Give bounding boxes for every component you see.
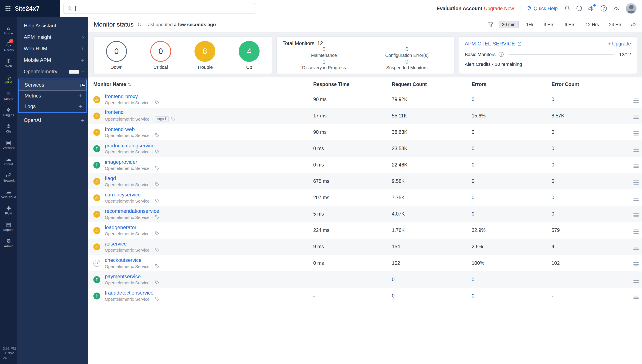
tag-icon[interactable] — [155, 198, 159, 203]
table-row-imageprovider[interactable]: ↑ imageprovider Opentelemetric Service |… — [88, 157, 642, 173]
table-row-paymentservice[interactable]: ↑ paymentservice Opentelemetric Service … — [88, 271, 642, 288]
rail-item-alarms[interactable]: 8 Alarms — [0, 38, 17, 55]
sidenav-item-opentelemetry[interactable]: Opentelemetry › + — [17, 66, 88, 77]
monitor-name-link[interactable]: frontend — [105, 110, 175, 115]
rail-item-web[interactable]: ⊕ Web — [0, 55, 17, 71]
row-menu-icon[interactable] — [632, 228, 640, 235]
row-menu-icon[interactable] — [632, 260, 640, 268]
row-menu-icon[interactable] — [632, 212, 640, 219]
row-menu-icon[interactable] — [632, 97, 640, 104]
rail-item-network[interactable]: ☍ Network — [0, 170, 17, 186]
rail-item-home[interactable]: ⌂ Home — [0, 22, 17, 38]
table-row-frauddetectionservice[interactable]: ↑ frauddetectionservice Opentelemetric S… — [88, 288, 642, 304]
tag-icon[interactable] — [155, 264, 159, 268]
tag-icon[interactable] — [155, 182, 159, 187]
tag-chip[interactable]: tag#1 — [155, 116, 169, 122]
col-monitor-name[interactable]: Monitor Name ⇅ — [93, 81, 313, 87]
apm-otel-service-link[interactable]: APM-OTEL-SERVICE — [465, 41, 522, 47]
table-row-flagd[interactable]: ⚠ flagd Opentelemetric Service | 675 ms … — [88, 173, 642, 190]
status-summary-critical[interactable]: 0 Critical — [150, 41, 171, 70]
row-menu-icon[interactable] — [632, 146, 640, 153]
status-ring-icon[interactable] — [576, 6, 582, 11]
sort-icon[interactable]: ⇅ — [128, 82, 131, 86]
table-row-frontend-web[interactable]: ⚠ frontend-web Opentelemetric Service | … — [88, 124, 642, 140]
notifications-bell-icon[interactable] — [564, 5, 570, 12]
monitor-name-link[interactable]: imageprovider — [105, 160, 159, 165]
plan-upgrade-link[interactable]: + Upgrade — [608, 41, 631, 47]
rail-item-admin[interactable]: ⚙ Admin — [0, 235, 17, 251]
status-summary-trouble[interactable]: 8 Trouble — [194, 41, 215, 70]
quick-help-link[interactable]: Quick Help — [527, 6, 558, 11]
monitor-name-link[interactable]: paymentservice — [105, 274, 159, 280]
apps-grid-icon[interactable] — [5, 5, 11, 12]
time-range-12-hrs[interactable]: 12 Hrs — [583, 21, 602, 28]
tag-icon[interactable] — [155, 297, 159, 301]
sidenav-item-help-assistant[interactable]: Help Assistant + — [17, 20, 88, 32]
global-search[interactable] — [64, 3, 255, 14]
rail-item-reports[interactable]: ▤ Reports — [0, 218, 17, 235]
tag-icon[interactable] — [155, 231, 159, 236]
tag-icon[interactable] — [155, 166, 159, 170]
table-row-checkoutservice[interactable]: checkoutservice Opentelemetric Service |… — [88, 255, 642, 271]
refresh-icon[interactable]: ↻ — [137, 22, 142, 28]
row-menu-icon[interactable] — [632, 113, 640, 121]
sidenav-item-logs[interactable]: Logs + — [19, 101, 87, 112]
table-row-currencyservice[interactable]: ⚠ currencyservice Opentelemetric Service… — [88, 190, 642, 206]
row-menu-icon[interactable] — [632, 277, 640, 284]
monitor-name-link[interactable]: frontend-proxy — [105, 94, 159, 100]
monitor-name-link[interactable]: frontend-web — [105, 127, 159, 132]
help-question-icon[interactable]: ? — [600, 5, 607, 12]
tag-icon[interactable] — [155, 133, 159, 138]
rail-item-cloud[interactable]: ☁ Cloud — [0, 153, 17, 170]
row-menu-icon[interactable] — [632, 195, 640, 202]
rail-item-rum[interactable]: ◉ RUM — [0, 202, 17, 218]
monitor-name-link[interactable]: flagd — [105, 176, 159, 181]
table-row-adservice[interactable]: ⚠ adservice Opentelemetric Service | 9 m… — [88, 238, 642, 255]
sidenav-item-mobile-apm[interactable]: Mobile APM + — [17, 54, 88, 66]
time-range-30-min[interactable]: 30 min — [498, 21, 518, 28]
tag-icon[interactable] — [171, 117, 175, 121]
user-avatar[interactable] — [626, 3, 637, 14]
monitor-name-link[interactable]: frauddetectionservice — [105, 290, 159, 296]
info-icon[interactable]: i — [499, 52, 504, 57]
sidenav-item-web-rum[interactable]: Web RUM + — [17, 43, 88, 54]
row-menu-icon[interactable] — [632, 178, 640, 186]
rail-item-plugins[interactable]: ❖ Plugins — [0, 104, 17, 120]
gauge-icon[interactable] — [613, 5, 619, 12]
rail-item-k8s[interactable]: ☸ K8s — [0, 120, 17, 136]
rail-item-vmware[interactable]: ▣ VMware — [0, 137, 17, 153]
site24x7-logo[interactable]: Site24x7 — [15, 5, 40, 12]
tag-icon[interactable] — [155, 215, 159, 220]
time-range-6-hrs[interactable]: 6 Hrs — [562, 21, 578, 28]
tag-icon[interactable] — [155, 248, 159, 252]
rail-item-velocloud[interactable]: ☁ VeloCloud — [0, 186, 17, 202]
search-input[interactable] — [79, 6, 251, 11]
rail-item-apm[interactable]: ◎ APM — [0, 71, 17, 88]
sidenav-item-openai[interactable]: OpenAI + — [17, 114, 88, 126]
sidenav-item-metrics[interactable]: Metrics + — [19, 90, 87, 101]
filter-icon[interactable] — [487, 22, 494, 28]
add-icon[interactable]: + — [81, 46, 84, 52]
monitor-name-link[interactable]: loadgenerator — [105, 225, 159, 230]
sidenav-item-services[interactable]: Services + — [19, 80, 87, 90]
upgrade-now-link[interactable]: Upgrade Now — [484, 6, 514, 11]
announcements-megaphone-icon[interactable] — [588, 5, 595, 12]
time-range-3-hrs[interactable]: 3 Hrs — [541, 21, 557, 28]
tag-icon[interactable] — [155, 150, 159, 154]
share-icon[interactable] — [630, 22, 636, 28]
status-summary-down[interactable]: 0 Down — [106, 41, 127, 70]
table-row-loadgenerator[interactable]: ⚠ loadgenerator Opentelemetric Service |… — [88, 222, 642, 238]
monitor-name-link[interactable]: productcatalogservice — [105, 143, 159, 149]
time-range-1hr[interactable]: 1Hr — [523, 21, 536, 28]
monitor-name-link[interactable]: adservice — [105, 241, 159, 247]
tag-icon[interactable] — [155, 100, 159, 105]
time-range-24-hrs[interactable]: 24 Hrs — [606, 21, 625, 28]
monitor-name-link[interactable]: checkoutservice — [105, 258, 159, 263]
table-row-frontend-proxy[interactable]: ⚠ frontend-proxy Opentelemetric Service … — [88, 91, 642, 108]
row-menu-icon[interactable] — [632, 244, 640, 252]
monitor-name-link[interactable]: recommendationservice — [105, 208, 159, 214]
table-row-frontend[interactable]: ⚠ frontend Opentelemetric Service | tag#… — [88, 108, 642, 124]
sidenav-item-apm-insight[interactable]: APM Insight › + — [17, 32, 88, 43]
table-row-recommendationservice[interactable]: ⚠ recommendationservice Opentelemetric S… — [88, 206, 642, 222]
add-icon[interactable]: + — [79, 104, 82, 109]
